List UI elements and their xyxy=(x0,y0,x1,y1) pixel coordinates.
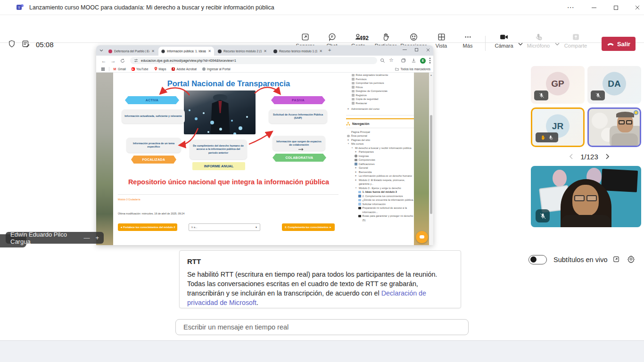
apps-grid-icon[interactable] xyxy=(101,67,105,71)
camera-button[interactable]: Cámara xyxy=(490,33,518,56)
site-settings-icon[interactable] xyxy=(134,58,138,63)
browser-close-button[interactable] xyxy=(426,48,430,52)
nav-item[interactable]: Rutas para garantizar y proteger mi dere… xyxy=(346,214,414,222)
nav-item[interactable]: ▼Mi derecho a buscar y recibir informaci… xyxy=(346,146,414,150)
admin-item[interactable]: Copia de seguridad xyxy=(346,97,414,101)
nav-item[interactable]: ▶Módulo 2: El Estado respeta, promueve, … xyxy=(346,178,414,186)
module-breadcrumb-link[interactable]: Módulo 3 Ciudadanía xyxy=(118,198,140,201)
admin-item[interactable]: Desglose de Competencias xyxy=(346,89,414,93)
captions-toggle[interactable] xyxy=(528,255,547,264)
profile-avatar[interactable]: E xyxy=(420,58,426,64)
bookmark-gmail[interactable]: MGmail xyxy=(113,67,126,71)
bookmark-youtube[interactable]: ▶YouTube xyxy=(132,67,149,71)
nav-item[interactable]: Solicitar información xyxy=(346,202,414,206)
participant-tile-speaking-video[interactable] xyxy=(587,107,641,147)
admin-item[interactable]: Roles asignados localmente xyxy=(346,73,414,77)
reload-icon[interactable] xyxy=(120,58,125,63)
tab-close-icon[interactable]: ✕ xyxy=(319,49,322,53)
zoom-page-icon[interactable] xyxy=(380,58,385,63)
more-button[interactable]: Más xyxy=(454,33,481,56)
participant-tile-jr-raised-hand[interactable]: JR xyxy=(531,107,585,147)
participant-tile-gp[interactable]: GP xyxy=(531,66,585,104)
titlebar-more-button[interactable]: ⋯ xyxy=(560,0,581,15)
page-prev-icon[interactable] xyxy=(569,153,574,160)
back-icon[interactable]: ← xyxy=(99,58,108,64)
gear-icon xyxy=(352,90,355,93)
browser-maximize-button[interactable] xyxy=(415,48,418,51)
nav-item-current[interactable]: 1. Ideas fuerza del módulo 3 xyxy=(346,190,414,194)
tab-close-icon[interactable]: ✕ xyxy=(208,49,211,53)
download-icon[interactable] xyxy=(411,58,416,63)
zoom-in-icon[interactable]: + xyxy=(95,234,99,241)
nav-item[interactable]: ▶Participantes xyxy=(346,150,414,154)
nav-item[interactable]: ▶La información pública es un derecho hu… xyxy=(346,174,414,178)
video-icon xyxy=(358,207,361,210)
jump-to-select[interactable]: Ir a... ▼ xyxy=(189,223,260,231)
nav-item[interactable]: ▶General xyxy=(346,166,414,170)
page-next-icon[interactable] xyxy=(604,153,610,160)
browser-tab[interactable]: Defensoría del Pueblo | Ecuad✕ xyxy=(106,47,157,56)
nav-item[interactable]: ¿Dónde se encuentra la información públi… xyxy=(346,198,414,202)
admin-item[interactable]: ▶Administración del curso xyxy=(346,107,414,111)
captions-popout-icon[interactable] xyxy=(612,255,620,263)
tab-favicon xyxy=(218,49,222,53)
nav-item[interactable]: Insignias xyxy=(346,154,414,158)
nav-item[interactable]: Área personal xyxy=(346,134,414,138)
page-scrollbar[interactable]: ▲ xyxy=(429,73,433,245)
rtt-note-icon[interactable] xyxy=(22,40,30,48)
tab-search-chevron-icon[interactable] xyxy=(99,49,103,52)
participant-tile-da[interactable]: DA xyxy=(587,66,641,104)
admin-item[interactable]: Restaurar xyxy=(346,101,414,106)
minimize-button[interactable] xyxy=(584,0,604,15)
all-bookmarks[interactable]: Todos los marcadores xyxy=(395,67,430,71)
browser-tab[interactable]: Recurso teórico módulo 1 (1)✕ xyxy=(271,47,325,56)
tab-group-icon[interactable] xyxy=(401,58,406,63)
url-field[interactable]: educacion.dpe.gob.ec/mod/page/view.php?i… xyxy=(130,57,377,64)
nav-item[interactable]: Página Principal xyxy=(346,130,414,134)
browser-menu-icon[interactable] xyxy=(429,58,431,64)
rtt-message-input[interactable] xyxy=(175,319,469,335)
page-icon xyxy=(358,203,361,206)
floating-help-button[interactable] xyxy=(416,231,428,243)
close-button[interactable] xyxy=(627,0,644,15)
camera-chevron-icon[interactable] xyxy=(518,42,523,46)
nav-item[interactable]: Calificaciones xyxy=(346,162,414,166)
raise-hand-icon xyxy=(381,33,390,41)
captions-settings-gear-icon[interactable] xyxy=(627,255,635,263)
zoom-out-icon[interactable]: — xyxy=(83,234,90,241)
nav-item[interactable]: Competencias xyxy=(346,158,414,162)
bookmark-acrobat[interactable]: AAdobe Acrobat xyxy=(172,67,197,71)
new-tab-button[interactable]: + xyxy=(328,47,331,53)
nav-item[interactable]: ▶Páginas del sitio xyxy=(346,138,414,142)
forward-icon[interactable]: → xyxy=(108,58,118,64)
browser-tab[interactable]: Recurso teórico módulo 2 (1)✕ xyxy=(215,47,270,56)
mic-chevron-icon[interactable] xyxy=(554,42,560,46)
navigation-tree: Página Principal Área personal ▶Páginas … xyxy=(346,130,414,222)
leave-button[interactable]: Salir xyxy=(602,37,636,51)
nav-item[interactable]: Preparando mi solicitud de acceso a la i… xyxy=(346,206,414,214)
admin-item[interactable]: Comprobar los permisos xyxy=(346,81,414,85)
security-shield-icon[interactable] xyxy=(8,40,16,48)
nav-item[interactable]: ▼Módulo 3 - Ejerce y exige tu derecho xyxy=(346,186,414,190)
tab-close-icon[interactable]: ✕ xyxy=(151,49,155,53)
spotlight-video-tile[interactable] xyxy=(531,166,641,227)
mic-button[interactable]: Micrófono xyxy=(525,33,552,56)
admin-item[interactable]: Registros xyxy=(346,93,414,98)
bookmark-star-icon[interactable]: ☆ xyxy=(389,57,394,63)
browser-minimize-button[interactable] xyxy=(403,49,407,50)
scrollbar-thumb[interactable] xyxy=(430,115,432,214)
nav-item[interactable]: ▼Mis cursos xyxy=(346,142,414,146)
admin-item[interactable]: Permisos xyxy=(346,77,414,82)
admin-item[interactable]: Filtros xyxy=(346,85,414,90)
last-modified-text: Última modificación: miércoles, 16 de ab… xyxy=(118,212,184,215)
bookmark-maps[interactable]: Maps xyxy=(154,67,166,71)
nav-item[interactable]: 2. Complementa tus conocimientos xyxy=(346,194,414,198)
browser-tab-active[interactable]: Información pública: 1. Ideas f✕ xyxy=(158,47,214,56)
maximize-button[interactable] xyxy=(605,0,626,15)
bookmark-portal[interactable]: Ingresar al Portal xyxy=(202,67,231,71)
share-button[interactable]: Comparte xyxy=(562,33,589,56)
nav-item[interactable]: ▶Bienvenida xyxy=(346,170,414,174)
next-activity-button[interactable]: 2. Complementa tus conocimientos ► xyxy=(282,223,335,231)
tab-close-icon[interactable]: ✕ xyxy=(264,49,267,53)
prev-module-button[interactable]: ◄ Fortalece tus conocimientos del módulo… xyxy=(118,223,177,231)
